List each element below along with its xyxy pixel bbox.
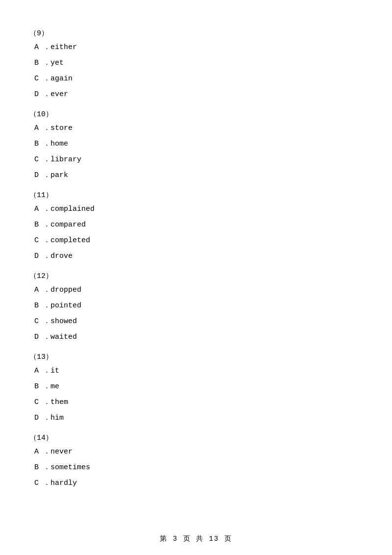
option-c-q13: C ．them xyxy=(34,397,363,408)
option-a-q13: A ．it xyxy=(34,365,363,377)
footer-text: 第 3 页 共 13 页 xyxy=(160,535,232,543)
option-a-q9: A ．either xyxy=(34,42,363,53)
option-b-q13: B ．me xyxy=(34,381,363,393)
option-c-q14: C ．hardly xyxy=(34,478,363,489)
main-content: （9）A ．eitherB ．yetC ．againD ．ever（10）A ．… xyxy=(0,0,392,523)
option-b-q12: B ．pointed xyxy=(34,300,363,312)
option-b-q14: B ．sometimes xyxy=(34,462,363,474)
option-b-q11: B ．compared xyxy=(34,219,363,231)
option-a-q14: A ．never xyxy=(34,446,363,458)
option-d-q10: D ．park xyxy=(34,170,363,181)
question-number-10: （10） xyxy=(29,109,363,119)
option-b-q9: B ．yet xyxy=(34,57,363,69)
option-a-q10: A ．store xyxy=(34,123,363,134)
option-d-q13: D ．him xyxy=(34,412,363,424)
question-number-13: （13） xyxy=(29,352,363,361)
option-c-q10: C ．library xyxy=(34,154,363,166)
option-a-q12: A ．dropped xyxy=(34,284,363,296)
option-c-q9: C ．again xyxy=(34,73,363,85)
question-number-9: （9） xyxy=(29,28,363,38)
option-d-q12: D ．waited xyxy=(34,331,363,343)
option-b-q10: B ．home xyxy=(34,138,363,150)
question-number-14: （14） xyxy=(29,433,363,442)
question-number-12: （12） xyxy=(29,271,363,280)
option-d-q11: D ．drove xyxy=(34,251,363,262)
question-number-11: （11） xyxy=(29,190,363,200)
option-d-q9: D ．ever xyxy=(34,89,363,101)
page-footer: 第 3 页 共 13 页 xyxy=(0,534,392,543)
option-c-q11: C ．completed xyxy=(34,235,363,247)
option-a-q11: A ．complained xyxy=(34,203,363,215)
option-c-q12: C ．showed xyxy=(34,316,363,328)
